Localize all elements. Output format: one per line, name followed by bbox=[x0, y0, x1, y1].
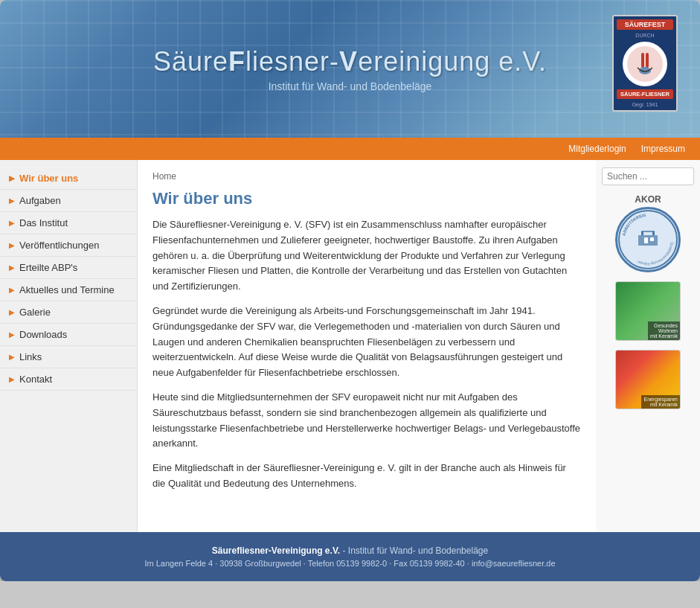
sidebar-item-veroeffentlichungen[interactable]: ▶ Veröffentlichungen bbox=[0, 234, 137, 257]
header-logo: SÄUREFEST DURCH SÄURE-FLIESNER Gegr. 194… bbox=[612, 15, 678, 112]
arrow-icon: ▶ bbox=[9, 286, 15, 294]
sidebar-item-erteilte-abps[interactable]: ▶ Erteilte ABP's bbox=[0, 257, 137, 279]
arrow-icon: ▶ bbox=[9, 263, 15, 272]
title-prefix: S bbox=[153, 46, 172, 77]
sidebar-label: Aufgaben bbox=[19, 195, 61, 206]
sidebar-label: Galerie bbox=[19, 307, 51, 318]
logo-icon-area bbox=[623, 42, 667, 86]
svg-rect-12 bbox=[650, 237, 654, 241]
arrow-icon: ▶ bbox=[9, 353, 15, 361]
green-panel-label: GesundesWohnenmit Keramik bbox=[648, 321, 680, 340]
arrow-icon: ▶ bbox=[9, 241, 15, 249]
content-paragraph-3: Heute sind die Mitgliedsunternehmen der … bbox=[152, 390, 581, 452]
red-panel: Energiesparenmit Keramik bbox=[615, 350, 681, 409]
logo-year: Gegr. 1941 bbox=[632, 102, 658, 107]
top-nav-bar: Mitgliederlogin Impressum bbox=[0, 138, 700, 160]
svg-point-0 bbox=[627, 46, 663, 82]
header: SäureFliesner-Vereinigung e.V. Institut … bbox=[0, 0, 700, 138]
arrow-icon: ▶ bbox=[9, 375, 15, 383]
mitgliederlogin-link[interactable]: Mitgliederlogin bbox=[568, 144, 626, 154]
content-paragraph-4: Eine Mitgliedschaft in der Säurefliesner… bbox=[152, 461, 581, 492]
akor-badge: AKOR ARBEITSKREIS Qualitätssicherung-Fli… bbox=[615, 194, 681, 272]
search-input[interactable] bbox=[602, 167, 694, 185]
breadcrumb: Home bbox=[152, 171, 581, 182]
sidebar-label: Downloads bbox=[19, 329, 67, 340]
header-subtitle: Institut für Wand- und Bodenbeläge bbox=[153, 80, 547, 92]
arrow-icon: ▶ bbox=[9, 330, 15, 339]
arrow-icon: ▶ bbox=[9, 308, 15, 316]
sidebar-item-das-institut[interactable]: ▶ Das Institut bbox=[0, 212, 137, 234]
sidebar: ▶ Wir über uns ▶ Aufgaben ▶ Das Institut… bbox=[0, 160, 138, 532]
svg-rect-1 bbox=[641, 53, 644, 68]
footer-address: Im Langen Felde 4 · 30938 Großburgwedel … bbox=[15, 559, 685, 568]
svg-rect-11 bbox=[644, 237, 648, 243]
sidebar-item-wir-ueber-uns[interactable]: ▶ Wir über uns bbox=[0, 167, 137, 190]
main-container: ▶ Wir über uns ▶ Aufgaben ▶ Das Institut… bbox=[0, 160, 700, 532]
header-title: SäureFliesner-Vereinigung e.V. bbox=[153, 46, 547, 77]
logo-durch: DURCH bbox=[635, 33, 654, 38]
sidebar-label: Veröffentlichungen bbox=[19, 240, 99, 251]
sidebar-item-aufgaben[interactable]: ▶ Aufgaben bbox=[0, 190, 137, 212]
header-title-block: SäureFliesner-Vereinigung e.V. Institut … bbox=[153, 46, 547, 92]
red-panel-label: Energiesparenmit Keramik bbox=[641, 395, 680, 409]
sidebar-item-downloads[interactable]: ▶ Downloads bbox=[0, 324, 137, 346]
footer-dash: - bbox=[342, 545, 347, 556]
arrow-icon: ▶ bbox=[9, 196, 15, 205]
sidebar-item-aktuelles-und-termine[interactable]: ▶ Aktuelles und Termine bbox=[0, 279, 137, 301]
footer: Säurefliesner-Vereinigung e.V. - Institu… bbox=[0, 532, 700, 581]
logo-top-text: SÄUREFEST bbox=[617, 19, 673, 30]
sidebar-label: Kontakt bbox=[19, 374, 52, 385]
sidebar-item-kontakt[interactable]: ▶ Kontakt bbox=[0, 368, 137, 391]
right-panel: AKOR ARBEITSKREIS Qualitätssicherung-Fli… bbox=[596, 160, 700, 532]
page-title: Wir über uns bbox=[152, 189, 581, 208]
footer-company-name: Säurefliesner-Vereinigung e.V. bbox=[212, 545, 340, 556]
content-paragraph-1: Die Säurefliesner-Vereinigung e. V. (SFV… bbox=[152, 217, 581, 295]
logo-bottom-text: SÄURE-FLIESNER bbox=[617, 89, 673, 99]
footer-institute: Institut für Wand- und Bodenbeläge bbox=[348, 545, 488, 556]
akor-label: AKOR bbox=[635, 194, 661, 205]
sidebar-item-links[interactable]: ▶ Links bbox=[0, 346, 137, 368]
green-panel: GesundesWohnenmit Keramik bbox=[615, 281, 681, 341]
page-wrapper: SäureFliesner-Vereinigung e.V. Institut … bbox=[0, 0, 700, 581]
sidebar-label: Erteilte ABP's bbox=[19, 262, 77, 273]
akor-svg: ARBEITSKREIS Qualitätssicherung-Fliesen bbox=[617, 209, 678, 270]
footer-line1: Säurefliesner-Vereinigung e.V. - Institu… bbox=[15, 545, 685, 556]
impressum-link[interactable]: Impressum bbox=[641, 144, 685, 154]
arrow-icon: ▶ bbox=[9, 219, 15, 227]
content-area: Home Wir über uns Die Säurefliesner-Vere… bbox=[138, 160, 596, 532]
akor-circle: ARBEITSKREIS Qualitätssicherung-Fliesen bbox=[615, 207, 681, 272]
sidebar-label: Aktuelles und Termine bbox=[19, 284, 115, 295]
arrow-icon: ▶ bbox=[9, 174, 15, 182]
sidebar-label: Das Institut bbox=[19, 217, 68, 228]
logo-svg-icon bbox=[626, 45, 664, 83]
sidebar-label: Wir über uns bbox=[19, 173, 78, 184]
sidebar-item-galerie[interactable]: ▶ Galerie bbox=[0, 301, 137, 324]
content-paragraph-2: Gegründet wurde die Vereinigung als Arbe… bbox=[152, 304, 581, 381]
svg-rect-2 bbox=[646, 53, 649, 68]
sidebar-label: Links bbox=[19, 351, 42, 362]
